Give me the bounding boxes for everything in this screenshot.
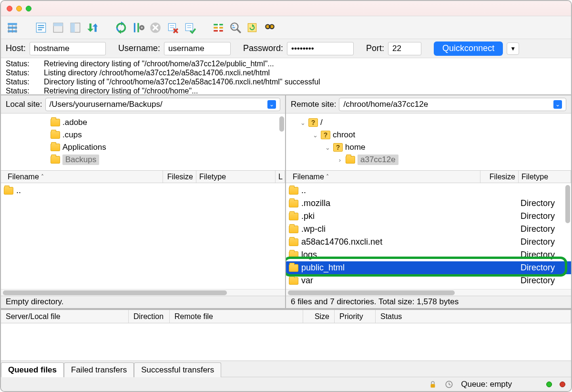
folder-icon	[289, 213, 298, 220]
clock-icon[interactable]	[445, 380, 453, 389]
tab-failed-transfers[interactable]: Failed transfers	[64, 362, 134, 377]
local-path-input[interactable]: /Users/yourusername/Backups/ ⌄	[45, 98, 280, 111]
col-server-local[interactable]: Server/Local file	[1, 310, 129, 323]
list-item[interactable]: ..	[1, 184, 285, 197]
remote-path-input[interactable]: /chroot/home/a37cc12e ⌄	[339, 98, 566, 111]
tree-item[interactable]: ⌄?home	[286, 141, 571, 154]
scrollbar-thumb[interactable]	[288, 290, 455, 295]
col-remote-file[interactable]: Remote file	[170, 310, 303, 323]
scrollbar-thumb[interactable]	[565, 185, 570, 223]
username-input[interactable]	[164, 42, 231, 55]
compare-icon[interactable]	[228, 20, 243, 35]
disconnect-icon[interactable]	[165, 20, 180, 35]
local-site-bar: Local site: /Users/yourusername/Backups/…	[1, 95, 285, 113]
list-item[interactable]: .pkiDirectory	[286, 210, 571, 223]
svg-rect-11	[53, 23, 63, 26]
host-input[interactable]	[30, 42, 106, 55]
queue-tabs: Queued files Failed transfers Successful…	[1, 361, 571, 377]
list-item[interactable]: ..	[286, 184, 571, 197]
tree-item-label: Backups	[62, 155, 99, 165]
svg-rect-38	[233, 27, 235, 28]
file-type: Directory	[519, 211, 558, 221]
list-item[interactable]: logsDirectory	[286, 248, 571, 261]
remote-tree[interactable]: ⌄?/⌄?chroot⌄?home›a37cc12e	[286, 113, 571, 171]
port-input[interactable]	[388, 42, 421, 55]
window-maximize-button[interactable]	[26, 6, 31, 11]
col-size[interactable]: Size	[303, 310, 335, 323]
host-label: Host:	[6, 43, 26, 53]
scrollbar-thumb[interactable]	[279, 116, 284, 132]
col-filename[interactable]: Filename˄	[290, 171, 480, 183]
list-item[interactable]: varDirectory	[286, 274, 571, 287]
site-manager-icon[interactable]	[5, 20, 20, 35]
col-filesize[interactable]: Filesize	[163, 171, 196, 183]
tab-queued-files[interactable]: Queued files	[1, 362, 64, 377]
svg-point-19	[141, 26, 143, 28]
tree-item[interactable]: ⌄?chroot	[286, 129, 571, 141]
quickconnect-history-dropdown[interactable]: ▼	[507, 42, 519, 55]
col-filetype[interactable]: Filetype	[519, 171, 571, 183]
col-last[interactable]: L	[276, 171, 285, 183]
sync-browse-icon[interactable]	[245, 20, 260, 35]
cancel-icon[interactable]	[148, 20, 163, 35]
sort-asc-icon: ˄	[41, 174, 44, 180]
svg-rect-39	[248, 23, 256, 31]
list-item[interactable]: a58ac14706.nxcli.netDirectory	[286, 236, 571, 248]
col-filetype[interactable]: Filetype	[196, 171, 276, 183]
svg-rect-45	[269, 26, 271, 27]
tree-item[interactable]: Applications	[1, 141, 285, 154]
file-type: Directory	[519, 224, 558, 234]
list-item[interactable]: .mozillaDirectory	[286, 197, 571, 210]
folder-icon	[289, 251, 298, 259]
quickconnect-button[interactable]: Quickconnect	[434, 41, 503, 56]
tree-item[interactable]: ›a37cc12e	[286, 154, 571, 166]
tree-item[interactable]: Backups	[1, 154, 285, 166]
remote-pane: Remote site: /chroot/home/a37cc12e ⌄ ⌄?/…	[286, 95, 571, 308]
scrollbar-thumb[interactable]	[3, 290, 227, 295]
chevron-down-icon[interactable]: ⌄	[299, 119, 306, 126]
search-remote-icon[interactable]	[262, 20, 277, 35]
tree-item[interactable]: .adobe	[1, 116, 285, 129]
toggle-log-icon[interactable]	[33, 20, 49, 35]
lock-icon[interactable]	[429, 380, 437, 389]
reconnect-icon[interactable]	[182, 20, 197, 35]
toggle-remote-tree-icon[interactable]	[68, 20, 83, 35]
password-input[interactable]	[287, 42, 354, 55]
col-direction[interactable]: Direction	[129, 310, 170, 323]
col-status[interactable]: Status	[376, 310, 571, 323]
chevron-down-icon[interactable]: ⌄	[553, 100, 562, 109]
chevron-right-icon[interactable]: ›	[337, 156, 343, 164]
list-item[interactable]: public_htmlDirectory	[286, 261, 571, 274]
tab-successful-transfers[interactable]: Successful transfers	[134, 362, 221, 377]
log-label: Status:	[6, 86, 34, 95]
chevron-down-icon[interactable]: ⌄	[324, 144, 331, 151]
process-queue-icon[interactable]	[131, 20, 146, 35]
refresh-icon[interactable]	[113, 20, 129, 35]
remote-file-list[interactable]: ...mozillaDirectory.pkiDirectory.wp-cliD…	[286, 183, 571, 289]
tree-item[interactable]: ⌄?/	[286, 116, 571, 129]
local-file-list[interactable]: ..	[1, 183, 285, 289]
remote-scrollbar[interactable]	[286, 289, 571, 296]
file-name: .mozilla	[301, 198, 330, 208]
filter-icon[interactable]	[211, 20, 226, 35]
queue-body[interactable]	[1, 323, 571, 361]
local-scrollbar[interactable]	[1, 289, 285, 296]
col-filename[interactable]: Filename˄	[5, 171, 163, 183]
window-close-button[interactable]	[7, 6, 12, 11]
remote-path-text: /chroot/home/a37cc12e	[343, 100, 428, 109]
activity-led-1	[546, 382, 552, 387]
log-text: Retrieving directory listing of "/chroot…	[44, 86, 198, 95]
local-tree[interactable]: .adobe.cupsApplicationsBackups	[1, 113, 285, 171]
list-item[interactable]: .wp-cliDirectory	[286, 223, 571, 236]
folder-icon	[289, 264, 298, 272]
toggle-queue-icon[interactable]	[85, 20, 100, 35]
tree-item[interactable]: .cups	[1, 129, 285, 141]
col-priority[interactable]: Priority	[335, 310, 376, 323]
col-filesize[interactable]: Filesize	[480, 171, 519, 183]
message-log[interactable]: Status:Retrieving directory listing of "…	[1, 58, 571, 95]
toggle-local-tree-icon[interactable]	[51, 20, 66, 35]
window-minimize-button[interactable]	[16, 6, 22, 11]
app-window: Host: Username: Password: Port: Quickcon…	[0, 0, 572, 392]
chevron-down-icon[interactable]: ⌄	[312, 132, 318, 139]
chevron-down-icon[interactable]: ⌄	[267, 100, 276, 109]
